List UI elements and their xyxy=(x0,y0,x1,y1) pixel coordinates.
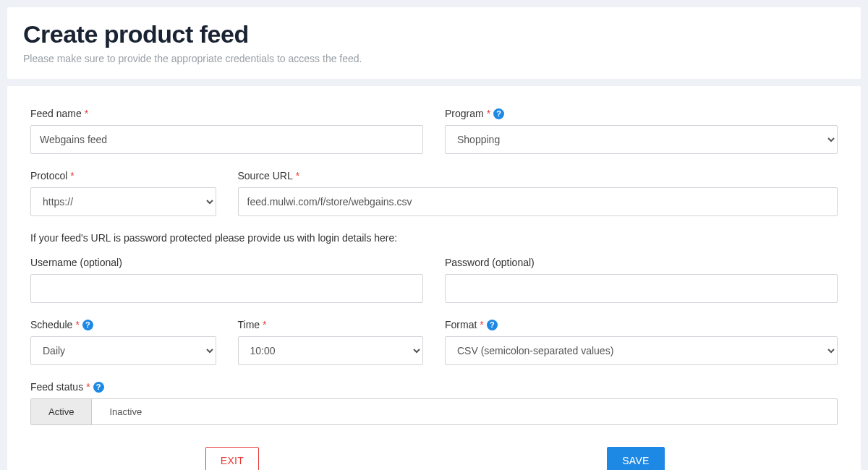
label-format: Format * ? xyxy=(445,319,838,330)
label-schedule: Schedule * ? xyxy=(30,319,216,330)
toggle-inactive-button[interactable]: Inactive xyxy=(91,399,159,424)
label-protocol: Protocol * xyxy=(30,170,216,181)
label-program: Program * ? xyxy=(445,108,838,119)
group-password: Password (optional) xyxy=(445,257,838,303)
help-icon[interactable]: ? xyxy=(93,382,104,393)
password-section-note: If your feed's URL is password protected… xyxy=(30,232,838,244)
form-panel: Feed name * Program * ? Shopping Protoco… xyxy=(7,86,861,470)
schedule-select[interactable]: Daily xyxy=(30,336,216,365)
time-select[interactable]: 10:00 xyxy=(238,336,424,365)
feed-name-input[interactable] xyxy=(30,125,423,154)
label-source-url-text: Source URL xyxy=(238,170,293,181)
program-select[interactable]: Shopping xyxy=(445,125,838,154)
label-username: Username (optional) xyxy=(30,257,423,268)
exit-button[interactable]: EXIT xyxy=(205,447,259,470)
label-time: Time * xyxy=(238,319,424,330)
page-title: Create product feed xyxy=(23,20,845,48)
group-username: Username (optional) xyxy=(30,257,423,303)
group-protocol: Protocol * https:// xyxy=(30,170,216,216)
format-select[interactable]: CSV (semicolon-separated values) xyxy=(445,336,838,365)
header-panel: Create product feed Please make sure to … xyxy=(7,7,861,79)
button-row: EXIT SAVE xyxy=(30,447,838,470)
group-program: Program * ? Shopping xyxy=(445,108,838,154)
required-marker: * xyxy=(86,381,90,393)
label-schedule-text: Schedule xyxy=(30,319,72,330)
save-button-container: SAVE xyxy=(434,447,838,470)
group-feed-name: Feed name * xyxy=(30,108,423,154)
group-feed-status: Feed status * ? Active Inactive xyxy=(30,381,838,425)
group-schedule: Schedule * ? Daily xyxy=(30,319,216,365)
label-format-text: Format xyxy=(445,319,477,330)
toggle-active-button[interactable]: Active xyxy=(31,399,91,424)
label-feed-name-text: Feed name xyxy=(30,108,82,119)
help-icon[interactable]: ? xyxy=(487,320,498,330)
exit-button-container: EXIT xyxy=(30,447,434,470)
row-schedule-time-format: Schedule * ? Daily Time * 10:00 Format *… xyxy=(30,319,838,365)
label-time-text: Time xyxy=(238,319,260,330)
required-marker: * xyxy=(75,319,79,330)
source-url-input[interactable] xyxy=(238,187,838,216)
username-input[interactable] xyxy=(30,274,423,303)
help-icon[interactable]: ? xyxy=(493,108,504,119)
required-marker: * xyxy=(487,108,490,119)
required-marker: * xyxy=(296,170,299,181)
required-marker: * xyxy=(70,170,74,181)
group-source-url: Source URL * xyxy=(238,170,838,216)
required-marker: * xyxy=(85,108,88,119)
protocol-select[interactable]: https:// xyxy=(30,187,216,216)
row-protocol-url: Protocol * https:// Source URL * xyxy=(30,170,838,216)
row-credentials: Username (optional) Password (optional) xyxy=(30,257,838,303)
label-password: Password (optional) xyxy=(445,257,838,268)
row-name-program: Feed name * Program * ? Shopping xyxy=(30,108,838,154)
feed-status-toggle: Active Inactive xyxy=(30,398,838,425)
label-feed-status-text: Feed status xyxy=(30,381,83,393)
label-program-text: Program xyxy=(445,108,484,119)
page-subtitle: Please make sure to provide the appropri… xyxy=(23,53,845,64)
password-input[interactable] xyxy=(445,274,838,303)
help-icon[interactable]: ? xyxy=(82,320,93,330)
required-marker: * xyxy=(480,319,483,330)
save-button[interactable]: SAVE xyxy=(607,447,665,470)
label-protocol-text: Protocol xyxy=(30,170,67,181)
group-time: Time * 10:00 xyxy=(238,319,424,365)
required-marker: * xyxy=(263,319,266,330)
label-feed-status: Feed status * ? xyxy=(30,381,838,393)
label-source-url: Source URL * xyxy=(238,170,838,181)
group-format: Format * ? CSV (semicolon-separated valu… xyxy=(445,319,838,365)
label-feed-name: Feed name * xyxy=(30,108,423,119)
